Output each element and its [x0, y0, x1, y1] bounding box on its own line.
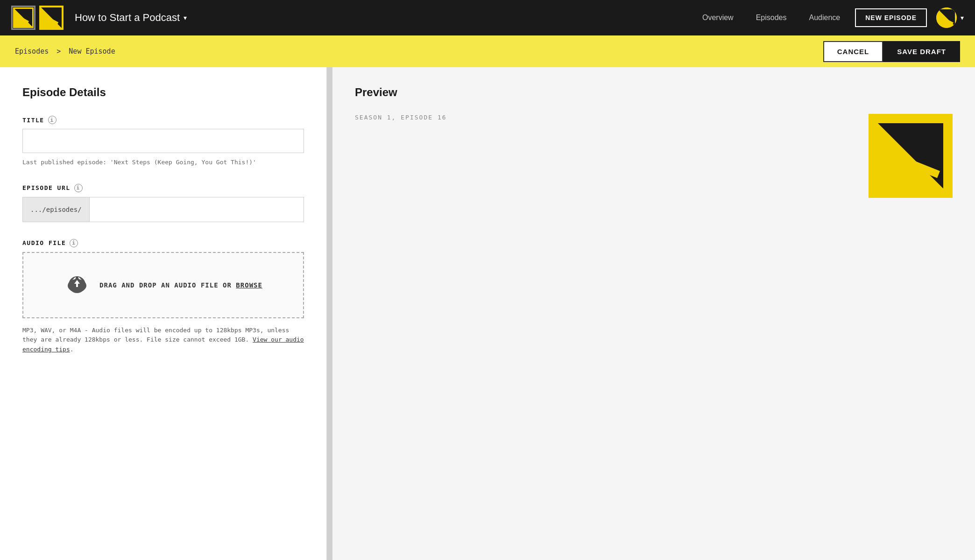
- panel-divider[interactable]: [327, 67, 332, 560]
- nav-overview[interactable]: Overview: [702, 14, 734, 22]
- preview-title: Preview: [355, 86, 953, 99]
- logo-filled: [39, 6, 64, 30]
- url-info-icon[interactable]: i: [74, 184, 83, 192]
- breadcrumb-episodes[interactable]: Episodes: [15, 47, 49, 56]
- right-panel: Preview SEASON 1, EPISODE 16: [332, 67, 975, 560]
- audio-label-text: AUDIO FILE: [22, 239, 66, 246]
- top-navigation: How to Start a Podcast ▾ Overview Episod…: [0, 0, 975, 35]
- user-avatar-area[interactable]: ▾: [936, 7, 964, 28]
- podcast-title-chevron: ▾: [184, 14, 187, 21]
- breadcrumb-bar: Episodes > New Episode CANCEL SAVE DRAFT: [0, 35, 975, 67]
- preview-artwork: [869, 114, 953, 198]
- cancel-button[interactable]: CANCEL: [823, 41, 883, 62]
- drop-text: DRAG AND DROP AN AUDIO FILE OR: [99, 281, 232, 289]
- title-input[interactable]: [22, 129, 304, 153]
- avatar: [936, 7, 957, 28]
- logo-area: [11, 6, 64, 30]
- title-label: TITLE i: [22, 116, 304, 124]
- nav-links: Overview Episodes Audience: [702, 14, 840, 22]
- new-episode-button[interactable]: NEW EPISODE: [855, 8, 927, 27]
- logo-outline: [11, 6, 35, 30]
- url-prefix: .../episodes/: [23, 197, 90, 222]
- title-label-text: TITLE: [22, 117, 44, 124]
- podcast-title: How to Start a Podcast: [75, 12, 180, 24]
- nav-episodes[interactable]: Episodes: [756, 14, 787, 22]
- save-draft-button[interactable]: SAVE DRAFT: [883, 41, 960, 62]
- breadcrumb-current: New Episode: [69, 47, 115, 56]
- breadcrumb: Episodes > New Episode: [15, 47, 115, 56]
- main-layout: Episode Details TITLE i Last published e…: [0, 67, 975, 560]
- browse-link[interactable]: BROWSE: [236, 281, 262, 289]
- url-label: EPISODE URL i: [22, 184, 304, 192]
- svg-line-2: [18, 20, 25, 24]
- audio-note: MP3, WAV, or M4A - Audio files will be e…: [22, 326, 304, 355]
- audio-info-icon[interactable]: i: [70, 239, 78, 247]
- url-field-group: EPISODE URL i .../episodes/: [22, 184, 304, 222]
- audio-dropzone[interactable]: DRAG AND DROP AN AUDIO FILE OR BROWSE: [22, 252, 304, 318]
- svg-rect-15: [76, 283, 78, 287]
- audio-note-text: MP3, WAV, or M4A - Audio files will be e…: [22, 327, 289, 343]
- audio-label: AUDIO FILE i: [22, 239, 304, 247]
- section-title: Episode Details: [22, 86, 304, 99]
- upload-text: DRAG AND DROP AN AUDIO FILE OR BROWSE: [99, 281, 262, 289]
- avatar-chevron: ▾: [961, 14, 964, 21]
- breadcrumb-actions: CANCEL SAVE DRAFT: [823, 41, 960, 62]
- episode-meta: SEASON 1, EPISODE 16: [355, 114, 447, 121]
- podcast-title-dropdown[interactable]: How to Start a Podcast ▾: [75, 12, 187, 24]
- url-input[interactable]: [90, 197, 304, 222]
- breadcrumb-separator: >: [57, 47, 61, 56]
- url-input-wrapper: .../episodes/: [22, 197, 304, 222]
- url-label-text: EPISODE URL: [22, 184, 71, 191]
- left-panel: Episode Details TITLE i Last published e…: [0, 67, 327, 560]
- nav-audience[interactable]: Audience: [809, 14, 840, 22]
- audio-field-group: AUDIO FILE i: [22, 239, 304, 355]
- logo-icon: [13, 7, 34, 28]
- artwork-inner: [873, 119, 948, 193]
- title-hint: Last published episode: 'Next Steps (Kee…: [22, 158, 304, 167]
- title-info-icon[interactable]: i: [48, 116, 57, 124]
- title-field-group: TITLE i Last published episode: 'Next St…: [22, 116, 304, 167]
- upload-icon: [64, 270, 90, 301]
